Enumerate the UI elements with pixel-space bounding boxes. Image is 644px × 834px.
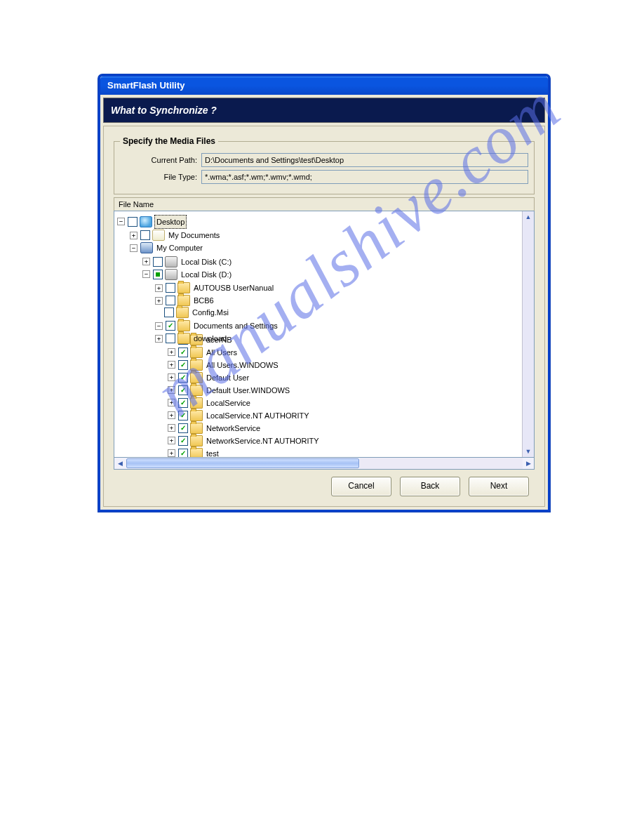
folder-icon	[190, 423, 203, 434]
vertical-scrollbar[interactable]: ▲ ▼	[522, 211, 534, 457]
window-body: Specify the Media Files Current Path: D:…	[103, 126, 545, 507]
expand-toggle[interactable]: −	[130, 244, 137, 252]
media-legend: Specify the Media Files	[120, 136, 218, 146]
folder-icon	[177, 333, 190, 344]
next-button[interactable]: Next	[469, 477, 529, 496]
checkbox[interactable]	[178, 348, 188, 357]
current-path-label: Current Path:	[120, 156, 201, 164]
tree-item-disk-c[interactable]: Local Disk (C:)	[180, 256, 233, 268]
checkbox[interactable]	[164, 307, 174, 317]
folder-icon	[177, 295, 190, 306]
expand-toggle[interactable]: +	[168, 373, 175, 381]
checkbox[interactable]	[166, 283, 175, 293]
current-path-row: Current Path: D:\Documents and Settings\…	[120, 153, 528, 167]
wizard-button-row: Cancel Back Next	[114, 470, 535, 499]
media-fieldset: Specify the Media Files Current Path: D:…	[114, 136, 535, 194]
window-title: SmartFlash Utility	[107, 80, 185, 91]
tree-item-download[interactable]: download	[192, 332, 228, 345]
folder-icon	[190, 359, 203, 371]
expand-toggle[interactable]: +	[142, 258, 150, 265]
expand-toggle[interactable]: −	[117, 218, 125, 225]
checkbox[interactable]	[153, 257, 163, 267]
tree-item-default-user-windows[interactable]: Default User.WINDOWS	[205, 384, 291, 397]
expand-toggle[interactable]: +	[168, 437, 175, 444]
tree-item-localservice[interactable]: LocalService	[205, 397, 252, 409]
scroll-track[interactable]	[360, 458, 523, 469]
tree-item-localservice-nt[interactable]: LocalService.NT AUTHORITY	[205, 409, 311, 422]
tree-item-desktop[interactable]: Desktop	[154, 215, 187, 229]
scroll-up-icon[interactable]: ▲	[523, 211, 534, 223]
titlebar[interactable]: SmartFlash Utility	[100, 77, 548, 95]
folder-icon	[176, 307, 189, 318]
file-type-label: File Type:	[120, 173, 201, 181]
checkbox[interactable]	[178, 398, 188, 408]
tree-item-my-computer[interactable]: My Computer	[155, 241, 204, 254]
expand-toggle[interactable]: −	[142, 270, 150, 278]
wizard-step-header: What to Synchronize ?	[103, 98, 545, 123]
expand-toggle[interactable]: +	[168, 399, 175, 406]
checkbox[interactable]	[140, 230, 150, 240]
checkbox[interactable]	[166, 321, 175, 331]
scroll-right-icon[interactable]: ▶	[523, 458, 534, 469]
cancel-button[interactable]: Cancel	[331, 477, 391, 496]
folder-icon	[190, 347, 203, 358]
checkbox[interactable]	[166, 333, 175, 343]
expand-toggle[interactable]: +	[168, 348, 175, 356]
checkbox[interactable]	[166, 296, 175, 305]
folder-icon	[190, 448, 203, 458]
expand-toggle[interactable]: +	[155, 284, 163, 292]
checkbox[interactable]	[178, 360, 188, 370]
scroll-down-icon[interactable]: ▼	[523, 446, 534, 457]
tree-item-documents-and-settings[interactable]: Documents and Settings	[192, 319, 279, 332]
expand-toggle[interactable]: +	[155, 297, 163, 305]
tree-item-configmsi[interactable]: Config.Msi	[191, 306, 230, 319]
checkbox[interactable]	[178, 411, 188, 421]
documents-icon	[152, 230, 165, 241]
tree-item-test[interactable]: test	[205, 447, 220, 458]
current-path-input[interactable]: D:\Documents and Settings\test\Desktop	[201, 153, 528, 167]
scroll-left-icon[interactable]: ◀	[114, 458, 126, 469]
expand-toggle[interactable]: +	[155, 335, 163, 343]
tree-item-networkservice[interactable]: NetworkService	[205, 422, 262, 435]
folder-icon	[190, 435, 203, 446]
checkbox[interactable]	[178, 436, 188, 446]
expand-toggle[interactable]: +	[168, 411, 175, 419]
tree-item-networkservice-nt[interactable]: NetworkService.NT AUTHORITY	[205, 435, 321, 447]
folder-tree[interactable]: − Desktop + My Documents	[114, 211, 522, 457]
back-button[interactable]: Back	[400, 477, 460, 496]
scroll-thumb[interactable]	[126, 458, 359, 468]
tree-item-bcb6[interactable]: BCB6	[192, 294, 215, 307]
expand-toggle[interactable]: −	[155, 322, 163, 330]
expand-toggle[interactable]: +	[130, 232, 137, 239]
tree-item-allusers[interactable]: All Users	[205, 346, 239, 359]
expand-toggle[interactable]: +	[168, 449, 175, 457]
tree-column-header: File Name	[114, 197, 535, 211]
tree-item-autousb[interactable]: AUTOUSB UserNanual	[192, 282, 275, 294]
checkbox[interactable]	[178, 423, 188, 433]
computer-icon	[140, 242, 153, 253]
tree-item-default-user[interactable]: Default User	[205, 371, 250, 384]
disk-icon	[165, 256, 177, 267]
desktop-icon	[140, 216, 152, 227]
horizontal-scrollbar[interactable]: ◀ ▶	[114, 458, 535, 470]
expand-toggle[interactable]: +	[168, 386, 175, 394]
expand-toggle[interactable]: +	[168, 424, 175, 432]
tree-item-my-documents[interactable]: My Documents	[167, 229, 221, 241]
checkbox[interactable]	[178, 449, 188, 458]
folder-icon	[190, 410, 203, 421]
folder-icon	[177, 320, 190, 331]
checkbox[interactable]	[178, 373, 188, 383]
checkbox[interactable]	[128, 217, 137, 227]
tree-item-disk-d[interactable]: Local Disk (D:)	[180, 268, 233, 281]
app-window: SmartFlash Utility What to Synchronize ?…	[98, 74, 550, 512]
expand-spacer	[155, 309, 161, 315]
tree-item-allusers-windows[interactable]: All Users.WINDOWS	[205, 359, 280, 371]
folder-icon	[177, 282, 190, 293]
file-type-input[interactable]: *.wma;*.asf;*.wm;*.wmv;*.wmd;	[201, 170, 528, 184]
expand-toggle[interactable]: +	[168, 361, 175, 369]
disk-icon	[165, 269, 177, 280]
folder-icon	[190, 385, 203, 396]
checkbox[interactable]	[178, 385, 188, 395]
checkbox[interactable]	[153, 270, 163, 279]
folder-icon	[190, 372, 203, 383]
